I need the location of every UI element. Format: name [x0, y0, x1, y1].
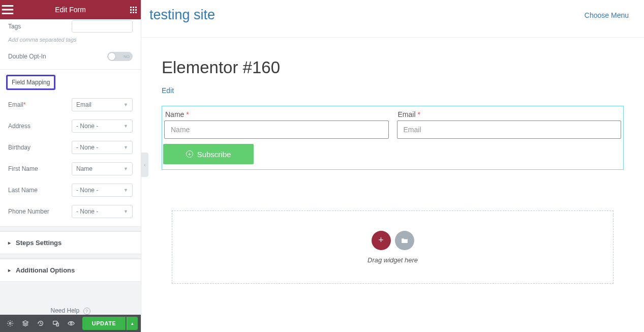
preview-icon[interactable] — [64, 316, 78, 330]
accordion-additional-options[interactable]: ▸Additional Options — [0, 259, 141, 281]
toggle-text: NO — [124, 54, 130, 59]
double-optin-toggle[interactable]: NO — [107, 52, 133, 61]
email-input[interactable] — [397, 120, 622, 139]
mapping-row-birthday: Birthday - None -▼ — [0, 137, 141, 158]
chevron-down-icon: ▼ — [124, 145, 128, 150]
choose-menu-link[interactable]: Choose Menu — [585, 11, 629, 19]
sidebar-header: Edit Form — [0, 0, 141, 19]
navigator-icon[interactable] — [18, 316, 33, 330]
mapping-label: Last Name — [8, 187, 38, 194]
site-title[interactable]: testing site — [149, 7, 215, 23]
email-label: Email* — [397, 110, 622, 118]
tags-label: Tags — [8, 23, 21, 30]
chevron-down-icon: ▼ — [124, 188, 128, 193]
mapping-select-phone[interactable]: - None -▼ — [72, 205, 133, 218]
help-area: Need Help ? — [0, 281, 141, 315]
tags-control: Tags — [0, 19, 141, 37]
add-template-button[interactable] — [395, 231, 414, 250]
edit-page-link[interactable]: Edit — [162, 86, 174, 95]
widget-dropzone[interactable]: + Drag widget here — [172, 210, 614, 284]
double-optin-control: Double Opt-In NO — [0, 48, 141, 69]
sidebar-body: Tags Add comma separated tags Double Opt… — [0, 19, 141, 315]
add-section-button[interactable]: + — [372, 231, 391, 250]
preview-header: testing site Choose Menu — [141, 0, 644, 38]
mapping-label: Address — [8, 123, 30, 130]
chevron-down-icon: ▼ — [124, 102, 128, 107]
chevron-down-icon: ▼ — [124, 166, 128, 171]
form-widget[interactable]: Name* Email* + Subscribe — [162, 106, 624, 170]
update-options-button[interactable]: ▴ — [127, 317, 138, 330]
mapping-label: Email* — [8, 101, 26, 108]
responsive-icon[interactable] — [49, 316, 63, 330]
chevron-down-icon: ▼ — [124, 124, 128, 129]
apps-icon[interactable] — [126, 0, 141, 19]
update-button[interactable]: UPDATE — [82, 317, 126, 330]
sidebar-title: Edit Form — [15, 6, 126, 14]
mapping-row-phone: Phone Number - None -▼ — [0, 201, 141, 226]
mapping-select-birthday[interactable]: - None -▼ — [72, 141, 133, 154]
dropzone-text: Drag widget here — [367, 256, 418, 264]
help-link[interactable]: Need Help ? — [50, 307, 90, 314]
mapping-label: Phone Number — [8, 208, 49, 215]
mapping-select-first-name[interactable]: Name▼ — [72, 162, 133, 175]
help-icon: ? — [83, 308, 90, 315]
section-divider — [0, 254, 141, 259]
mapping-row-address: Address - None -▼ — [0, 115, 141, 137]
name-label: Name* — [164, 110, 389, 118]
caret-right-icon: ▸ — [8, 240, 11, 246]
page-title: Elementor #160 — [162, 58, 624, 77]
double-optin-label: Double Opt-In — [8, 53, 46, 60]
mapping-label: First Name — [8, 165, 38, 172]
settings-icon[interactable] — [3, 316, 17, 330]
preview-panel: ‹ testing site Choose Menu Elementor #16… — [141, 0, 644, 332]
mapping-select-email[interactable]: Email▼ — [72, 98, 133, 111]
subscribe-button[interactable]: + Subscribe — [163, 144, 254, 164]
sidebar-collapse-handle[interactable]: ‹ — [141, 153, 148, 177]
plus-circle-icon: + — [186, 150, 193, 158]
accordion-steps-settings[interactable]: ▸Steps Settings — [0, 231, 141, 254]
history-icon[interactable] — [34, 316, 48, 330]
mapping-select-address[interactable]: - None -▼ — [72, 119, 133, 133]
mapping-row-first-name: First Name Name▼ — [0, 158, 141, 179]
mapping-label: Birthday — [8, 144, 30, 151]
caret-right-icon: ▸ — [8, 267, 11, 273]
svg-point-0 — [9, 322, 11, 324]
svg-point-3 — [70, 322, 72, 324]
name-input[interactable] — [164, 120, 389, 139]
preview-content: Elementor #160 Edit Name* Email* + Subsc… — [141, 38, 644, 296]
form-field-email: Email* — [396, 110, 623, 139]
mapping-row-email: Email* Email▼ — [0, 94, 141, 115]
sidebar-footer: UPDATE ▴ — [0, 315, 141, 332]
chevron-down-icon: ▼ — [124, 209, 128, 214]
editor-sidebar: Edit Form Tags Add comma separated tags … — [0, 0, 141, 332]
field-mapping-label: Field Mapping — [6, 75, 55, 90]
tags-hint: Add comma separated tags — [0, 37, 141, 48]
menu-icon[interactable] — [0, 0, 15, 19]
form-field-name: Name* — [163, 110, 390, 139]
mapping-row-last-name: Last Name - None -▼ — [0, 179, 141, 201]
mapping-select-last-name[interactable]: - None -▼ — [72, 184, 133, 197]
tags-input[interactable] — [72, 20, 133, 33]
section-divider — [0, 226, 141, 231]
